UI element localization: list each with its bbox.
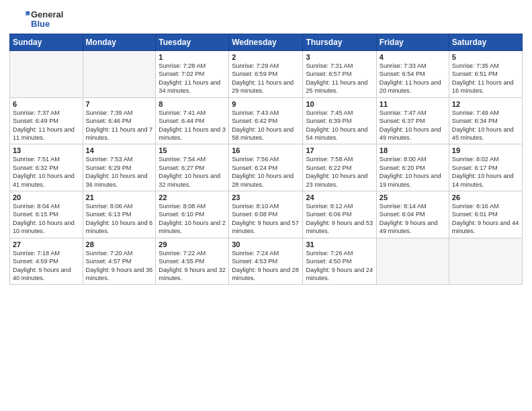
calendar-day-cell: 27Sunrise: 7:18 AM Sunset: 4:59 PM Dayli… xyxy=(10,238,83,285)
day-number: 9 xyxy=(232,100,300,108)
calendar-day-cell xyxy=(376,238,449,285)
calendar-day-cell: 29Sunrise: 7:22 AM Sunset: 4:55 PM Dayli… xyxy=(156,238,229,285)
day-number: 29 xyxy=(159,240,226,248)
calendar-day-cell: 11Sunrise: 7:47 AM Sunset: 6:37 PM Dayli… xyxy=(376,97,449,144)
day-info: Sunrise: 8:02 AM Sunset: 6:17 PM Dayligh… xyxy=(452,155,519,189)
day-number: 6 xyxy=(13,100,80,108)
calendar-day-cell: 1Sunrise: 7:28 AM Sunset: 7:02 PM Daylig… xyxy=(156,51,229,98)
day-number: 20 xyxy=(13,193,80,201)
day-info: Sunrise: 7:47 AM Sunset: 6:37 PM Dayligh… xyxy=(380,109,446,142)
calendar-day-header: Sunday xyxy=(10,34,83,51)
day-number: 1 xyxy=(159,53,226,61)
day-number: 31 xyxy=(306,240,373,248)
day-number: 10 xyxy=(306,100,373,108)
calendar-day-cell: 28Sunrise: 7:20 AM Sunset: 4:57 PM Dayli… xyxy=(83,238,156,285)
calendar-day-cell xyxy=(449,238,522,285)
day-info: Sunrise: 8:08 AM Sunset: 6:10 PM Dayligh… xyxy=(159,202,226,236)
calendar-day-cell: 18Sunrise: 8:00 AM Sunset: 6:20 PM Dayli… xyxy=(376,144,449,191)
calendar-day-header: Monday xyxy=(83,34,156,51)
day-info: Sunrise: 7:51 AM Sunset: 6:32 PM Dayligh… xyxy=(13,155,80,189)
calendar-day-cell: 12Sunrise: 7:49 AM Sunset: 6:34 PM Dayli… xyxy=(449,97,522,144)
logo-wordmark: General Blue xyxy=(31,10,63,30)
day-number: 30 xyxy=(232,240,300,248)
day-info: Sunrise: 8:04 AM Sunset: 6:15 PM Dayligh… xyxy=(13,202,80,236)
day-info: Sunrise: 7:53 AM Sunset: 6:29 PM Dayligh… xyxy=(86,155,153,189)
calendar-day-cell: 2Sunrise: 7:29 AM Sunset: 6:59 PM Daylig… xyxy=(229,51,303,98)
calendar-day-cell: 17Sunrise: 7:58 AM Sunset: 6:22 PM Dayli… xyxy=(303,144,376,191)
day-number: 26 xyxy=(452,193,519,201)
calendar-day-cell: 8Sunrise: 7:41 AM Sunset: 6:44 PM Daylig… xyxy=(156,97,229,144)
day-number: 27 xyxy=(13,240,80,248)
day-number: 3 xyxy=(306,53,373,61)
page: General Blue SundayMondayTuesdayWednesda… xyxy=(0,0,532,411)
calendar-day-cell: 19Sunrise: 8:02 AM Sunset: 6:17 PM Dayli… xyxy=(449,144,522,191)
day-number: 7 xyxy=(86,100,153,108)
calendar-day-header: Thursday xyxy=(303,34,376,51)
calendar-day-cell: 10Sunrise: 7:45 AM Sunset: 6:39 PM Dayli… xyxy=(303,97,376,144)
calendar-day-cell: 16Sunrise: 7:56 AM Sunset: 6:24 PM Dayli… xyxy=(229,144,303,191)
day-number: 14 xyxy=(86,146,153,154)
calendar-day-cell: 14Sunrise: 7:53 AM Sunset: 6:29 PM Dayli… xyxy=(83,144,156,191)
day-number: 13 xyxy=(13,146,80,154)
calendar-day-header: Friday xyxy=(376,34,449,51)
logo: General Blue xyxy=(9,9,63,30)
calendar-day-cell: 31Sunrise: 7:26 AM Sunset: 4:50 PM Dayli… xyxy=(303,238,376,285)
day-info: Sunrise: 7:49 AM Sunset: 6:34 PM Dayligh… xyxy=(452,109,519,142)
calendar-day-header: Wednesday xyxy=(229,34,303,51)
day-info: Sunrise: 7:45 AM Sunset: 6:39 PM Dayligh… xyxy=(306,109,373,142)
day-info: Sunrise: 7:54 AM Sunset: 6:27 PM Dayligh… xyxy=(159,155,226,189)
day-info: Sunrise: 7:22 AM Sunset: 4:55 PM Dayligh… xyxy=(159,249,226,283)
calendar-day-cell: 13Sunrise: 7:51 AM Sunset: 6:32 PM Dayli… xyxy=(10,144,83,191)
header: General Blue xyxy=(9,7,523,30)
day-number: 12 xyxy=(452,100,519,108)
calendar-week-row: 20Sunrise: 8:04 AM Sunset: 6:15 PM Dayli… xyxy=(10,191,523,238)
day-number: 15 xyxy=(159,146,226,154)
day-number: 19 xyxy=(452,146,519,154)
day-number: 16 xyxy=(232,146,300,154)
day-info: Sunrise: 7:20 AM Sunset: 4:57 PM Dayligh… xyxy=(86,249,153,283)
day-number: 24 xyxy=(306,193,373,201)
calendar-day-cell: 20Sunrise: 8:04 AM Sunset: 6:15 PM Dayli… xyxy=(10,191,83,238)
calendar-day-cell: 25Sunrise: 8:14 AM Sunset: 6:04 PM Dayli… xyxy=(376,191,449,238)
day-info: Sunrise: 7:33 AM Sunset: 6:54 PM Dayligh… xyxy=(380,62,446,95)
calendar-day-cell: 21Sunrise: 8:06 AM Sunset: 6:13 PM Dayli… xyxy=(83,191,156,238)
day-info: Sunrise: 7:31 AM Sunset: 6:57 PM Dayligh… xyxy=(306,62,373,95)
day-number: 18 xyxy=(380,146,446,154)
day-number: 8 xyxy=(159,100,226,108)
day-info: Sunrise: 8:16 AM Sunset: 6:01 PM Dayligh… xyxy=(452,202,519,236)
calendar-day-cell: 26Sunrise: 8:16 AM Sunset: 6:01 PM Dayli… xyxy=(449,191,522,238)
logo-general-text: General xyxy=(31,10,63,19)
calendar-table: SundayMondayTuesdayWednesdayThursdayFrid… xyxy=(9,34,523,285)
day-info: Sunrise: 8:06 AM Sunset: 6:13 PM Dayligh… xyxy=(86,202,153,236)
calendar-day-header: Tuesday xyxy=(156,34,229,51)
day-info: Sunrise: 7:26 AM Sunset: 4:50 PM Dayligh… xyxy=(306,249,373,283)
calendar-day-cell: 6Sunrise: 7:37 AM Sunset: 6:49 PM Daylig… xyxy=(10,97,83,144)
day-info: Sunrise: 7:24 AM Sunset: 4:53 PM Dayligh… xyxy=(232,249,300,283)
day-number: 5 xyxy=(452,53,519,61)
calendar-week-row: 13Sunrise: 7:51 AM Sunset: 6:32 PM Dayli… xyxy=(10,144,523,191)
calendar-week-row: 27Sunrise: 7:18 AM Sunset: 4:59 PM Dayli… xyxy=(10,238,523,285)
calendar-day-cell: 4Sunrise: 7:33 AM Sunset: 6:54 PM Daylig… xyxy=(376,51,449,98)
day-info: Sunrise: 7:18 AM Sunset: 4:59 PM Dayligh… xyxy=(13,249,80,283)
calendar-day-cell: 30Sunrise: 7:24 AM Sunset: 4:53 PM Dayli… xyxy=(229,238,303,285)
calendar-day-cell: 22Sunrise: 8:08 AM Sunset: 6:10 PM Dayli… xyxy=(156,191,229,238)
day-info: Sunrise: 8:00 AM Sunset: 6:20 PM Dayligh… xyxy=(380,155,446,189)
day-info: Sunrise: 7:39 AM Sunset: 6:46 PM Dayligh… xyxy=(86,109,153,142)
day-number: 28 xyxy=(86,240,153,248)
day-info: Sunrise: 7:37 AM Sunset: 6:49 PM Dayligh… xyxy=(13,109,80,142)
day-number: 22 xyxy=(159,193,226,201)
calendar-day-cell: 7Sunrise: 7:39 AM Sunset: 6:46 PM Daylig… xyxy=(83,97,156,144)
calendar-day-cell: 24Sunrise: 8:12 AM Sunset: 6:06 PM Dayli… xyxy=(303,191,376,238)
logo-blue-text: Blue xyxy=(31,19,63,29)
day-number: 23 xyxy=(232,193,300,201)
day-info: Sunrise: 7:58 AM Sunset: 6:22 PM Dayligh… xyxy=(306,155,373,189)
calendar-day-cell: 9Sunrise: 7:43 AM Sunset: 6:42 PM Daylig… xyxy=(229,97,303,144)
day-info: Sunrise: 7:28 AM Sunset: 7:02 PM Dayligh… xyxy=(159,62,226,95)
calendar-day-cell: 5Sunrise: 7:35 AM Sunset: 6:51 PM Daylig… xyxy=(449,51,522,98)
day-info: Sunrise: 8:14 AM Sunset: 6:04 PM Dayligh… xyxy=(380,202,446,236)
calendar-day-cell: 23Sunrise: 8:10 AM Sunset: 6:08 PM Dayli… xyxy=(229,191,303,238)
calendar-week-row: 6Sunrise: 7:37 AM Sunset: 6:49 PM Daylig… xyxy=(10,97,523,144)
calendar-week-row: 1Sunrise: 7:28 AM Sunset: 7:02 PM Daylig… xyxy=(10,51,523,98)
day-info: Sunrise: 7:43 AM Sunset: 6:42 PM Dayligh… xyxy=(232,109,300,142)
day-number: 2 xyxy=(232,53,300,61)
